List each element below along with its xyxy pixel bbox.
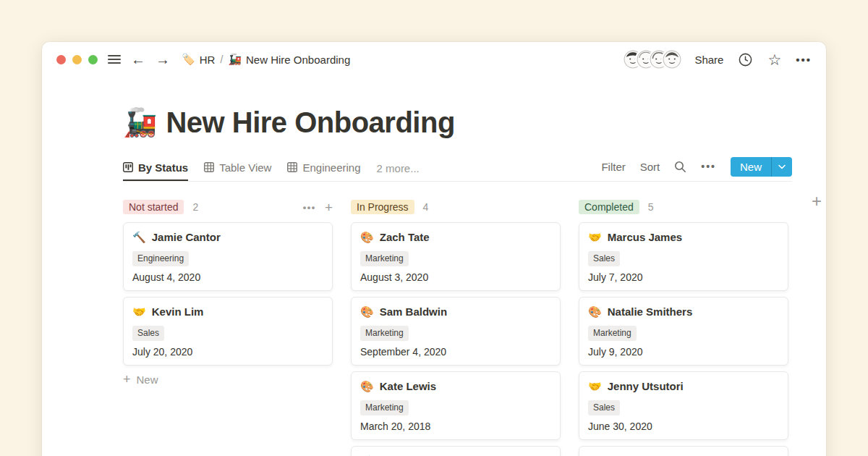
view-more-options-icon[interactable]: ••• — [701, 161, 716, 172]
start-date: August 4, 2020 — [132, 271, 323, 283]
column-completed: Completed 5 🤝Marcus James Sales July 7, … — [579, 198, 788, 456]
start-date: March 20, 2018 — [360, 421, 551, 432]
board-view-icon — [123, 162, 133, 172]
department-tag: Marketing — [360, 251, 409, 266]
traffic-lights — [56, 55, 98, 64]
view-tabs-bar: By Status Table View Engineering 2 more.… — [123, 155, 792, 182]
chevron-down-icon — [778, 164, 786, 169]
palette-emoji-icon: 🎨 — [360, 305, 374, 319]
column-count: 5 — [648, 201, 654, 213]
column-count: 4 — [423, 201, 429, 213]
column-header: Completed 5 — [579, 198, 788, 216]
kanban-board: Not started 2 ••• + 🔨Jamie Cantor Engine… — [123, 198, 792, 456]
card-title: Zach Tate — [380, 230, 430, 245]
add-card-label: New — [137, 373, 158, 386]
card-title: Kevin Lim — [152, 305, 204, 319]
status-badge[interactable]: Completed — [579, 200, 639, 214]
handshake-emoji-icon: 🤝 — [588, 230, 602, 245]
more-views-link[interactable]: 2 more... — [377, 155, 420, 181]
start-date: July 9, 2020 — [588, 346, 779, 358]
card-kate-lewis[interactable]: 🎨Kate Lewis Marketing March 20, 2018 — [351, 371, 561, 440]
minimize-window-button[interactable] — [72, 55, 82, 64]
department-tag: Sales — [588, 400, 620, 415]
card-title: Kate Lewis — [380, 379, 436, 394]
breadcrumb-separator: / — [220, 54, 223, 65]
card-jamie-cantor[interactable]: 🔨Jamie Cantor Engineering August 4, 2020 — [123, 222, 333, 291]
page-title-text[interactable]: New Hire Onboarding — [166, 106, 454, 139]
updates-clock-icon[interactable] — [738, 52, 753, 67]
tab-engineering[interactable]: Engineering — [287, 155, 360, 181]
start-date: July 20, 2020 — [132, 346, 323, 358]
card-title: Sam Baldwin — [380, 305, 447, 319]
zoom-window-button[interactable] — [88, 55, 98, 64]
start-date: July 7, 2020 — [588, 271, 779, 283]
start-date: September 4, 2020 — [360, 346, 551, 358]
card-partial[interactable]: 📣Shawn Hart — [351, 446, 561, 456]
breadcrumb-page[interactable]: New Hire Onboarding — [246, 54, 350, 66]
palette-emoji-icon: 🎨 — [588, 305, 602, 319]
card-jenny-utsutori[interactable]: 🤝Jenny Utsutori Sales June 30, 2020 — [579, 371, 788, 440]
add-card-button[interactable]: + New — [123, 373, 333, 386]
start-date: June 30, 2020 — [588, 421, 779, 432]
department-tag: Marketing — [360, 400, 409, 415]
share-button[interactable]: Share — [694, 54, 723, 66]
page-title: 🚂 New Hire Onboarding — [123, 104, 792, 140]
new-button-main[interactable]: New — [731, 157, 771, 177]
card-title: Marcus James — [608, 230, 682, 245]
department-tag: Sales — [132, 326, 164, 341]
card-zach-tate[interactable]: 🎨Zach Tate Marketing August 3, 2020 — [351, 222, 561, 291]
palette-emoji-icon: 🎨 — [360, 230, 374, 245]
hammer-emoji-icon: 🔨 — [132, 230, 146, 245]
card-kevin-lim[interactable]: 🤝Kevin Lim Sales July 20, 2020 — [123, 297, 333, 366]
tab-label: Engineering — [302, 161, 360, 174]
department-tag: Marketing — [588, 326, 637, 341]
column-header: In Progress 4 — [351, 198, 561, 216]
card-natalie-smithers[interactable]: 🎨Natalie Smithers Marketing July 9, 2020 — [579, 297, 788, 366]
column-count: 2 — [192, 201, 198, 213]
forward-arrow-icon[interactable]: → — [156, 52, 170, 67]
palette-emoji-icon: 🎨 — [360, 379, 374, 394]
column-actions: ••• + — [303, 200, 333, 214]
card-title: Jamie Cantor — [152, 230, 221, 245]
new-button-chevron[interactable] — [772, 157, 792, 177]
table-view-icon — [204, 162, 214, 172]
card-title: Natalie Smithers — [608, 305, 693, 319]
start-date: August 3, 2020 — [360, 271, 551, 283]
handshake-emoji-icon: 🤝 — [132, 305, 146, 319]
column-menu-icon[interactable]: ••• — [303, 202, 316, 213]
page-content: 🚂 New Hire Onboarding By Status Table Vi… — [42, 104, 826, 456]
department-tag: Marketing — [360, 326, 409, 341]
status-badge[interactable]: Not started — [123, 200, 184, 214]
search-icon[interactable] — [674, 161, 686, 173]
sidebar-menu-icon[interactable] — [108, 55, 121, 64]
app-window: ← → 🏷️ HR / 🚂 New Hire Onboarding Share … — [42, 42, 826, 456]
column-in-progress: In Progress 4 🎨Zach Tate Marketing Augus… — [351, 198, 561, 456]
back-arrow-icon[interactable]: ← — [131, 52, 145, 67]
locomotive-emoji-icon[interactable]: 🚂 — [123, 109, 157, 136]
tab-label: By Status — [138, 161, 188, 174]
collaborator-avatars — [624, 50, 681, 69]
column-not-started: Not started 2 ••• + 🔨Jamie Cantor Engine… — [123, 198, 333, 456]
tab-by-status[interactable]: By Status — [123, 155, 188, 181]
sort-button[interactable]: Sort — [640, 161, 660, 173]
column-add-icon[interactable]: + — [325, 200, 333, 214]
card-partial[interactable]: 🤝Matt Miller — [579, 446, 788, 456]
department-tag: Sales — [588, 251, 620, 266]
avatar[interactable] — [663, 50, 681, 69]
close-window-button[interactable] — [56, 55, 66, 64]
handshake-emoji-icon: 🤝 — [588, 379, 602, 394]
card-sam-baldwin[interactable]: 🎨Sam Baldwin Marketing September 4, 2020 — [351, 297, 561, 366]
plus-icon: + — [123, 373, 131, 386]
tab-table-view[interactable]: Table View — [204, 155, 271, 181]
status-badge[interactable]: In Progress — [351, 200, 414, 214]
add-group-icon[interactable]: + — [812, 193, 822, 210]
topbar-actions: Share ☆ ••• — [624, 50, 812, 69]
filter-button[interactable]: Filter — [601, 161, 625, 173]
workspace-tag-icon: 🏷️ — [182, 53, 195, 66]
breadcrumb-workspace[interactable]: HR — [200, 54, 216, 66]
card-marcus-james[interactable]: 🤝Marcus James Sales July 7, 2020 — [579, 222, 788, 291]
more-options-icon[interactable]: ••• — [796, 54, 812, 66]
table-view-icon — [287, 162, 297, 172]
favorite-star-icon[interactable]: ☆ — [767, 52, 781, 67]
view-controls: Filter Sort ••• New — [601, 155, 792, 181]
